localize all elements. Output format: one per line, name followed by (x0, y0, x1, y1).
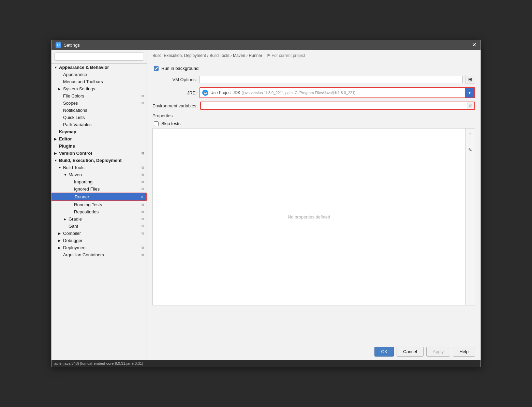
sidebar-item-label: System Settings (63, 86, 95, 91)
copy-icon: ⧉ (142, 173, 144, 177)
sidebar-item-system-settings[interactable]: ▶ System Settings (51, 85, 147, 92)
sidebar-item-label: Gant (69, 224, 78, 229)
sidebar-item-running-tests[interactable]: Running Tests ⧉ (51, 201, 147, 208)
properties-empty-text: No properties defined (153, 129, 465, 305)
jre-container: ☕ Use Project JDK (java version "1.8.0_2… (200, 87, 475, 98)
footer: OK Cancel Apply Help (147, 343, 481, 360)
sidebar-item-label: Appearance & Behavior (59, 65, 109, 70)
sidebar-item-gradle[interactable]: ▶ Gradle ⧉ (51, 215, 147, 223)
copy-icon: ⧉ (142, 224, 144, 228)
remove-property-button[interactable]: − (467, 138, 474, 146)
copy-icon: ⧉ (142, 180, 144, 184)
jre-row: JRE: ☕ Use Project JDK (java version "1.… (152, 87, 475, 98)
edit-property-button[interactable]: ✎ (467, 146, 474, 154)
env-vars-label: Environment variables: (152, 103, 197, 108)
sidebar-item-label: Keymap (59, 129, 76, 134)
sidebar: ▼ Appearance & Behavior Appearance Menus… (51, 50, 147, 360)
breadcrumb-text: Build, Execution, Deployment › Build Too… (152, 53, 262, 58)
sidebar-item-file-colors[interactable]: File Colors ⧉ (51, 92, 147, 100)
help-button[interactable]: Help (453, 347, 475, 357)
run-in-background-label: Run in background (161, 66, 198, 71)
close-button[interactable]: ✕ (472, 42, 476, 48)
skip-tests-row: Skip tests (152, 121, 475, 126)
sidebar-item-label: Scopes (63, 101, 78, 106)
jre-text: Use Project JDK (java version "1.8.0_221… (210, 90, 465, 95)
sidebar-item-editor[interactable]: ▶ Editor (51, 135, 147, 142)
vm-options-input[interactable] (200, 76, 463, 83)
env-vars-expand-button[interactable]: ⊞ (467, 102, 474, 109)
jre-label: JRE: (152, 90, 197, 95)
copy-icon: ⧉ (141, 195, 143, 199)
breadcrumb-suffix: ⚑ For current project (267, 53, 305, 58)
properties-section: Properties Skip tests No properties defi… (152, 113, 475, 305)
sidebar-item-deployment[interactable]: ▶ Deployment ⧉ (51, 244, 147, 251)
sidebar-item-appearance-behavior[interactable]: ▼ Appearance & Behavior (51, 64, 147, 71)
sidebar-item-build-tools[interactable]: ▼ Build Tools ⧉ (51, 164, 147, 171)
copy-icon: ⧉ (142, 203, 144, 207)
sidebar-item-quick-lists[interactable]: Quick Lists (51, 114, 147, 121)
title-bar: IJ Settings ✕ (51, 40, 481, 50)
skip-tests-checkbox[interactable] (154, 121, 159, 126)
ok-button[interactable]: OK (374, 347, 394, 357)
sidebar-item-label: Importing (74, 179, 92, 184)
sidebar-item-runner[interactable]: Runner ⧉ (51, 193, 147, 201)
sidebar-item-ignored-files[interactable]: Ignored Files ⧉ (51, 185, 147, 193)
sidebar-item-plugins[interactable]: Plugins (51, 142, 147, 150)
breadcrumb: Build, Execution, Deployment › Build Too… (147, 50, 481, 60)
sidebar-item-keymap[interactable]: Keymap (51, 128, 147, 135)
run-in-background-row: Run in background (152, 66, 475, 71)
sidebar-item-compiler[interactable]: ▶ Compiler ⧉ (51, 230, 147, 237)
sidebar-item-label: Path Variables (63, 122, 92, 127)
jdk-icon: ☕ (202, 90, 208, 96)
cancel-button[interactable]: Cancel (397, 347, 423, 357)
sidebar-item-scopes[interactable]: Scopes ⧉ (51, 100, 147, 107)
copy-icon: ⧉ (142, 187, 144, 191)
sidebar-item-gant[interactable]: Gant ⧉ (51, 223, 147, 230)
copy-icon: ⧉ (142, 231, 144, 236)
copy-icon: ⧉ (142, 94, 144, 98)
sidebar-item-repositories[interactable]: Repositories ⧉ (51, 208, 147, 215)
sidebar-item-maven[interactable]: ▼ Maven ⧉ (51, 171, 147, 178)
search-input[interactable] (54, 52, 144, 61)
sidebar-item-label: Maven (69, 172, 82, 177)
sidebar-item-arquillian[interactable]: Arquillian Containers ⧉ (51, 251, 147, 258)
properties-toolbar: + − ✎ (465, 129, 475, 305)
copy-icon: ⧉ (142, 151, 144, 155)
sidebar-item-label: File Colors (63, 93, 84, 99)
copy-icon: ⧉ (142, 166, 144, 170)
sidebar-item-importing[interactable]: Importing ⧉ (51, 178, 147, 185)
properties-header: Properties (152, 113, 475, 118)
env-vars-input[interactable] (201, 102, 467, 109)
sidebar-item-menus-toolbars[interactable]: Menus and Toolbars (51, 78, 147, 85)
bottom-bar: apter.java:343) [tomcat-embed-core-9.0.3… (51, 360, 481, 367)
skip-tests-label: Skip tests (161, 121, 180, 126)
vm-options-row: VM Options: ⊞ (152, 75, 475, 84)
triangle-icon: ▼ (54, 66, 58, 69)
sidebar-item-version-control[interactable]: ▶ Version Control ⧉ (51, 150, 147, 157)
sidebar-item-label: Runner (75, 194, 89, 199)
sidebar-item-label: Quick Lists (63, 115, 85, 120)
jre-dropdown-button[interactable]: ▼ (465, 88, 474, 97)
sidebar-item-label: Arquillian Containers (63, 252, 104, 257)
copy-icon: ⧉ (142, 253, 144, 257)
apply-button[interactable]: Apply (426, 347, 450, 357)
vm-options-expand-button[interactable]: ⊞ (466, 75, 475, 84)
sidebar-item-label: Menus and Toolbars (63, 79, 103, 84)
sidebar-item-label: Gradle (69, 216, 82, 222)
sidebar-item-label: Build, Execution, Deployment (59, 158, 121, 163)
sidebar-item-label: Version Control (59, 151, 92, 156)
bottom-bar-line1: apter.java:343) [tomcat-embed-core-9.0.3… (54, 361, 478, 365)
settings-dialog: IJ Settings ✕ ▼ Appearance & Behavior Ap… (51, 40, 481, 367)
sidebar-item-notifications[interactable]: Notifications (51, 107, 147, 114)
sidebar-item-debugger[interactable]: ▶ Debugger (51, 237, 147, 244)
sidebar-item-appearance[interactable]: Appearance (51, 71, 147, 78)
sidebar-item-build-exec[interactable]: ▼ Build, Execution, Deployment (51, 157, 147, 164)
run-in-background-checkbox[interactable] (154, 66, 159, 71)
sidebar-item-path-variables[interactable]: Path Variables (51, 121, 147, 128)
sidebar-item-label: Debugger (63, 238, 83, 243)
search-box (51, 50, 147, 64)
sidebar-item-label: Appearance (63, 72, 87, 77)
app-icon: IJ (56, 42, 61, 48)
dialog-body: ▼ Appearance & Behavior Appearance Menus… (51, 50, 481, 360)
add-property-button[interactable]: + (467, 130, 474, 137)
